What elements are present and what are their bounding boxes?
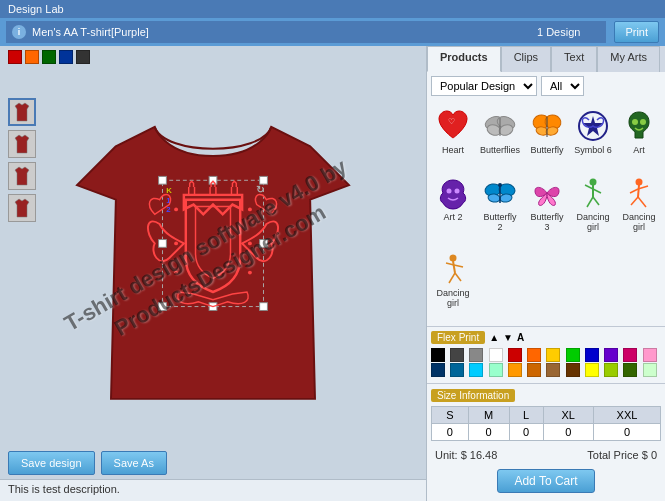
color-swatch-orange[interactable]: [25, 50, 39, 64]
top-bar: i Men's AA T-shirt[Purple] 1 Design Prin…: [0, 18, 665, 46]
flex-print-arrow-down[interactable]: ▼: [503, 332, 513, 343]
size-col-xl: XL: [543, 407, 593, 424]
size-val-xxl[interactable]: 0: [593, 424, 660, 441]
save-design-button[interactable]: Save design: [8, 451, 95, 475]
clip-heart[interactable]: ♡ Heart: [431, 104, 475, 169]
color-gray[interactable]: [469, 348, 483, 362]
product-info-bar: i Men's AA T-shirt[Purple] 1 Design: [6, 21, 606, 43]
color-mintgreen[interactable]: [489, 363, 503, 377]
svg-line-54: [453, 261, 455, 273]
size-val-s[interactable]: 0: [431, 424, 468, 441]
size-col-s: S: [431, 407, 468, 424]
right-panel: Products Clips Text My Arts Popular Desi…: [426, 46, 665, 501]
clip-symbol6[interactable]: Symbol 6: [571, 104, 615, 169]
color-navyblue[interactable]: [431, 363, 445, 377]
color-swatch-red[interactable]: [8, 50, 22, 64]
size-info-label: Size Information: [431, 389, 515, 402]
svg-line-43: [585, 185, 593, 189]
color-lightpink[interactable]: [643, 348, 657, 362]
clip-art2[interactable]: Art 2: [431, 171, 475, 246]
thumb-left[interactable]: [8, 162, 36, 190]
clip-dancing-girl1[interactable]: Dancing girl: [571, 171, 615, 246]
price-row: Unit: $ 16.48 Total Price $ 0: [427, 445, 665, 465]
clip-label-dancing-girl3: Dancing girl: [434, 289, 472, 309]
color-white[interactable]: [489, 348, 503, 362]
svg-line-58: [455, 273, 461, 281]
size-row: 0 0 0 0 0: [431, 424, 660, 441]
tab-clips[interactable]: Clips: [501, 46, 551, 72]
color-green[interactable]: [566, 348, 580, 362]
color-brown[interactable]: [527, 363, 541, 377]
tab-text[interactable]: Text: [551, 46, 597, 72]
description-text: This is test description.: [8, 483, 120, 495]
color-brightyellow[interactable]: [585, 363, 599, 377]
svg-rect-1: [159, 176, 167, 184]
thumb-front[interactable]: [8, 98, 36, 126]
color-red[interactable]: [508, 348, 522, 362]
color-chartreuse[interactable]: [604, 363, 618, 377]
clip-label-butterfly3: Butterfly 3: [528, 213, 566, 233]
thumbnail-strip: [8, 98, 36, 222]
color-tan[interactable]: [546, 363, 560, 377]
size-val-m[interactable]: 0: [468, 424, 509, 441]
color-lightgreen[interactable]: [643, 363, 657, 377]
thumb-back[interactable]: [8, 130, 36, 158]
color-swatch-green[interactable]: [42, 50, 56, 64]
clip-dancing-girl3[interactable]: Dancing girl: [431, 247, 475, 322]
color-teal[interactable]: [450, 363, 464, 377]
clip-label-symbol6: Symbol 6: [574, 146, 612, 156]
svg-point-38: [499, 193, 512, 203]
svg-line-48: [638, 185, 639, 197]
svg-point-32: [640, 119, 646, 125]
color-black[interactable]: [431, 348, 445, 362]
tab-my-arts[interactable]: My Arts: [597, 46, 660, 72]
svg-point-33: [446, 188, 451, 193]
color-darkbrown[interactable]: [566, 363, 580, 377]
flex-print-label: Flex Print: [431, 331, 485, 344]
clip-butterflies[interactable]: Butterflies: [477, 104, 523, 169]
clip-dancing-girl2[interactable]: Dancing girl: [617, 171, 661, 246]
flex-print-arrow-up[interactable]: ▲: [489, 332, 499, 343]
svg-line-46: [593, 197, 599, 205]
category-select[interactable]: Popular Design: [431, 76, 537, 96]
svg-line-57: [449, 273, 455, 283]
title-bar: Design Lab: [0, 0, 665, 18]
filter-row: Popular Design All: [427, 72, 665, 100]
clip-butterfly[interactable]: Butterfly: [525, 104, 569, 169]
color-yellow[interactable]: [546, 348, 560, 362]
size-col-xxl: XXL: [593, 407, 660, 424]
color-orange[interactable]: [527, 348, 541, 362]
svg-point-16: [248, 241, 252, 245]
save-as-button[interactable]: Save As: [101, 451, 167, 475]
flex-print-section: Flex Print ▲ ▼ A: [427, 326, 665, 383]
bottom-bar: Save design Save As: [0, 447, 426, 479]
clip-art[interactable]: Art: [617, 104, 661, 169]
description-bar: This is test description.: [0, 479, 426, 501]
color-purple[interactable]: [604, 348, 618, 362]
print-button[interactable]: Print: [614, 21, 659, 43]
svg-point-18: [248, 270, 252, 274]
color-swatch-blue[interactable]: [59, 50, 73, 64]
color-darkgreen[interactable]: [623, 363, 637, 377]
clip-butterfly3[interactable]: Butterfly 3: [525, 171, 569, 246]
total-price: Total Price $ 0: [587, 449, 657, 461]
svg-rect-4: [260, 302, 268, 310]
all-select[interactable]: All: [541, 76, 584, 96]
size-val-xl[interactable]: 0: [543, 424, 593, 441]
color-darkgray[interactable]: [450, 348, 464, 362]
thumb-right[interactable]: [8, 194, 36, 222]
tab-products[interactable]: Products: [427, 46, 501, 72]
color-swatch-black[interactable]: [76, 50, 90, 64]
svg-point-31: [632, 119, 638, 125]
svg-rect-7: [159, 239, 167, 247]
color-amber[interactable]: [508, 363, 522, 377]
color-skyblue[interactable]: [469, 363, 483, 377]
add-to-cart-button[interactable]: Add To Cart: [497, 469, 594, 493]
flex-print-text-icon[interactable]: A: [517, 332, 524, 343]
color-blue[interactable]: [585, 348, 599, 362]
svg-line-44: [593, 189, 601, 193]
clip-butterfly2[interactable]: Butterfly 2: [477, 171, 523, 246]
color-pink[interactable]: [623, 348, 637, 362]
size-val-l[interactable]: 0: [509, 424, 543, 441]
tshirt-canvas[interactable]: K 1 2 ↻: [53, 88, 373, 428]
